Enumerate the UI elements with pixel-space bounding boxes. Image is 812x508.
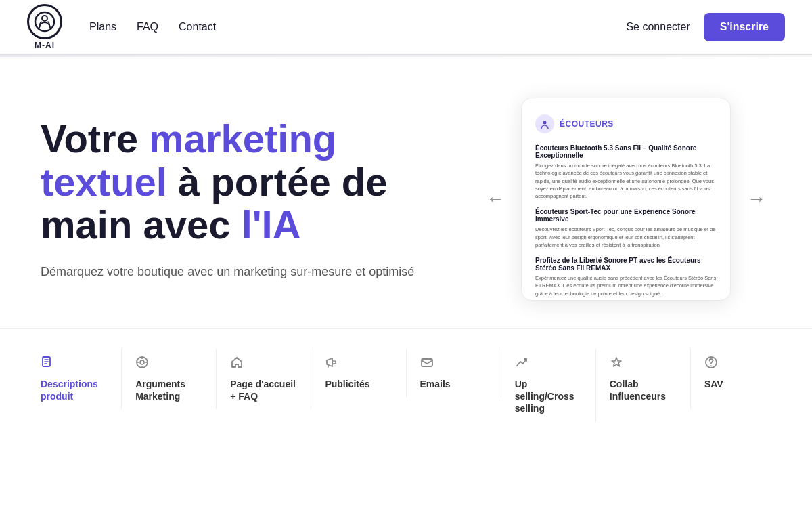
feature-tab-up-selling[interactable]: Up selling/Cross selling — [501, 349, 596, 422]
svg-point-9 — [140, 360, 144, 364]
feature-tab-sav[interactable]: SAV — [691, 349, 785, 397]
hero-title-word2: marketing — [149, 117, 336, 161]
svg-point-3 — [543, 121, 547, 125]
card-brand-name: Écouteurs — [560, 119, 614, 129]
card-section-2-text: Découvrez les écouteurs Sport-Tec, conçu… — [535, 226, 717, 249]
carousel-card: Écouteurs Écouteurs Bluetooth 5.3 Sans F… — [521, 98, 731, 301]
nav-right: Se connecter S'inscrire — [626, 13, 785, 41]
carousel-prev-button[interactable]: ← — [480, 183, 510, 215]
hero-subtitle: Démarquez votre boutique avec un marketi… — [41, 263, 414, 281]
card-brand-row: Écouteurs — [535, 114, 717, 133]
register-button[interactable]: S'inscrire — [704, 13, 785, 41]
hero-title-word3: textuel — [41, 160, 167, 204]
feature-tab-emails[interactable]: Emails — [407, 349, 501, 397]
feature-tabs: Descriptions produitArguments MarketingP… — [0, 328, 812, 436]
tab-label-up-selling: Up selling/Cross selling — [515, 378, 582, 415]
nav-link-faq[interactable]: FAQ — [137, 21, 158, 33]
nav-item-faq[interactable]: FAQ — [137, 21, 158, 33]
nav-item-plans[interactable]: Plans — [89, 21, 116, 33]
card-section-1-title: Écouteurs Bluetooth 5.3 Sans Fil – Quali… — [535, 144, 717, 159]
card-section-2-title: Écouteurs Sport-Tec pour une Expérience … — [535, 208, 717, 223]
nav-link-contact[interactable]: Contact — [179, 21, 216, 33]
card-section-3-title: Profitez de la Liberté Sonore PT avec le… — [535, 257, 717, 272]
svg-rect-14 — [332, 361, 336, 364]
card-section-3-text: Expérimentez une qualité audio sans préc… — [535, 274, 717, 297]
logo-icon — [27, 4, 62, 39]
connect-button[interactable]: Se connecter — [626, 21, 690, 33]
svg-point-18 — [710, 365, 712, 366]
hero-section: Votre marketing textuel à portée de main… — [0, 57, 812, 328]
hero-title-word6: l'IA — [242, 203, 301, 247]
feature-tab-descriptions-produit[interactable]: Descriptions produit — [27, 349, 122, 409]
tab-label-descriptions-produit: Descriptions produit — [41, 378, 108, 402]
tab-label-page-accueil-faq: Page d'accueil + FAQ — [230, 378, 297, 402]
feature-tab-publicites[interactable]: Publicités — [311, 349, 406, 397]
logo[interactable]: M-Ai — [27, 4, 62, 50]
emails-icon — [420, 356, 434, 373]
carousel: ← Écouteurs Écouteurs Bluetooth 5.3 Sans… — [480, 98, 771, 301]
feature-tab-page-accueil-faq[interactable]: Page d'accueil + FAQ — [217, 349, 311, 409]
hero-title-word1: Votre — [41, 117, 149, 161]
tab-label-collab-influenceurs: Collab Influenceurs — [610, 378, 677, 402]
card-section-3: Profitez de la Liberté Sonore PT avec le… — [535, 257, 717, 297]
card-brand-logo — [535, 114, 554, 133]
nav-links: Plans FAQ Contact — [89, 21, 216, 33]
collab-influenceurs-icon — [610, 356, 623, 373]
nav-item-contact[interactable]: Contact — [179, 21, 216, 33]
svg-rect-16 — [422, 359, 432, 366]
publicites-icon — [325, 356, 338, 373]
descriptions-produit-icon — [41, 356, 54, 373]
tab-label-sav: SAV — [704, 378, 723, 390]
feature-tab-arguments-marketing[interactable]: Arguments Marketing — [122, 349, 217, 409]
page-accueil-faq-icon — [230, 356, 244, 373]
arguments-marketing-icon — [135, 356, 149, 373]
logo-text: M-Ai — [35, 41, 55, 50]
tab-label-publicites: Publicités — [325, 378, 369, 390]
navbar: M-Ai Plans FAQ Contact Se connecter S'in… — [0, 0, 812, 54]
carousel-next-button[interactable]: → — [742, 183, 771, 215]
sav-icon — [704, 356, 718, 373]
hero-title-word4: à portée de — [167, 160, 388, 204]
hero-title-word5: main avec — [41, 203, 242, 247]
nav-left: M-Ai Plans FAQ Contact — [27, 4, 216, 50]
tab-label-arguments-marketing: Arguments Marketing — [135, 378, 202, 402]
up-selling-icon — [515, 356, 528, 373]
nav-link-plans[interactable]: Plans — [89, 21, 116, 33]
card-section-1-text: Plongez dans un monde sonore inégalé ave… — [535, 162, 717, 200]
tab-label-emails: Emails — [420, 378, 451, 390]
hero-text: Votre marketing textuel à portée de main… — [41, 117, 414, 281]
card-section-1: Écouteurs Bluetooth 5.3 Sans Fil – Quali… — [535, 144, 717, 200]
hero-title: Votre marketing textuel à portée de main… — [41, 117, 414, 247]
feature-tab-collab-influenceurs[interactable]: Collab Influenceurs — [596, 349, 691, 409]
card-section-2: Écouteurs Sport-Tec pour une Expérience … — [535, 208, 717, 249]
